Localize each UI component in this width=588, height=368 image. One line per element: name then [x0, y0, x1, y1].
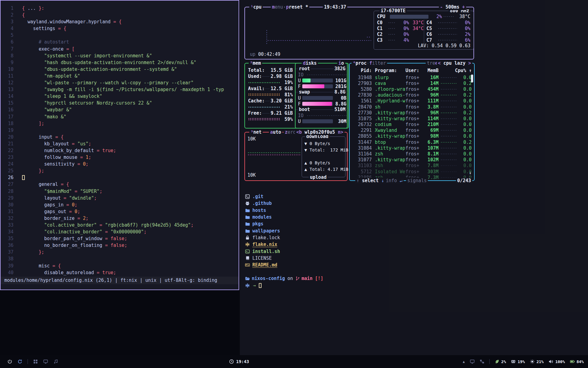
proc-row[interactable]: 31164zshfros+8.1M0.0 [352, 151, 472, 157]
editor-line: 13 "swaybg -m fill -i $(find ~/Pictures/… [1, 86, 239, 93]
triangle-up-icon[interactable]: ▲ [463, 360, 465, 364]
disk-bar-row: F8.8G [298, 101, 346, 107]
download-total: ▼ Total: 172 MiB [304, 147, 344, 153]
select-hint[interactable]: ↑ select ↓ [355, 178, 385, 184]
line-code [22, 175, 25, 180]
prompt-context-line: nixos-config on main [!] [245, 275, 323, 282]
btop-mem-panel: Total:15.5 GiBUsed:2.98 GiB19%Avail:12.5… [244, 63, 348, 128]
editor-line: 24 sensitivity = 0; [1, 161, 239, 167]
proc-row[interactable]: 31084.kitty-wrappedfros+107M0.0 [352, 145, 472, 151]
display-icon[interactable] [470, 359, 475, 364]
line-code: border_part_of_window = false; [22, 236, 127, 241]
folder-open-icon [245, 276, 250, 281]
editor-buffer: 1{ ... }:2{3 wayland.windowManager.hyprl… [1, 5, 239, 276]
proc-row[interactable]: 27830.audacious-wrafros+96M0.2 [352, 92, 472, 98]
preset-button[interactable]: preset * [285, 4, 309, 10]
statusline-keybinding-hint: Alt-g: binding [179, 278, 217, 283]
proc-row[interactable]: 1561.Hyprland-wrapfros+111M0.0 [352, 98, 472, 104]
proc-row[interactable]: 31948slurpfros+16M0.0 [352, 75, 472, 80]
info-hint[interactable]: info ↵ [385, 178, 404, 184]
proc-row[interactable]: 2291Xwaylandfros+69M0.0 [352, 128, 472, 133]
prompt-input-line[interactable]: → [245, 282, 323, 289]
disk-bar-row: U0B [298, 95, 346, 101]
line-number: 35 [1, 235, 13, 242]
line-code: "hash dbus-update-activation-environment… [22, 60, 196, 65]
line-code: gaps_out = 0; [22, 209, 80, 214]
editor-line: 39 misc = { [1, 263, 239, 269]
mem-rows: Total:15.5 GiBUsed:2.98 GiB19%Avail:12.5… [248, 67, 293, 122]
stat-volume[interactable]: 100% [548, 359, 565, 364]
network-icon[interactable] [480, 359, 484, 364]
proc-scrollbar[interactable] [471, 75, 473, 82]
editor-line: 2{ [1, 12, 239, 18]
proc-column-header[interactable]: MemB [423, 68, 439, 73]
stat-cpu-leaf[interactable]: 2% [495, 359, 506, 364]
proc-row[interactable]: 31103zshfros+7.8M0.0 [352, 163, 472, 169]
editor-window[interactable]: 1{ ... }:2{3 wayland.windowManager.hyprl… [0, 0, 239, 290]
proc-row[interactable]: 5280.floorp-wrappefros+454M0.0 [352, 86, 472, 92]
proc-row[interactable]: 5712Isolated Web Cfros+303M0.0 [352, 169, 472, 174]
proc-row[interactable]: 27903cavafros+14M0.2 [352, 80, 472, 86]
clock-icon [229, 359, 234, 364]
uptime: up 00:42:49 [250, 52, 280, 57]
menu-button[interactable]: menu [271, 4, 284, 10]
signals-hint[interactable]: signals [406, 178, 428, 184]
nix-snowflake-icon [245, 283, 250, 288]
proc-row[interactable]: 28470shfros+3.8M0.0 [352, 104, 472, 110]
proc-row[interactable]: 26732codiumfros+210M0.0 [352, 122, 472, 128]
proc-row[interactable]: 27730.kitty-wrappedfros+96M0.2 [352, 110, 472, 116]
line-number: 13 [1, 86, 13, 93]
editor-line: 12 "wl-paste --primary --watch wl-copy -… [1, 79, 239, 86]
clock-time: 19:43 [236, 359, 249, 364]
line-code: # autostart [22, 39, 69, 45]
music-icon[interactable] [53, 359, 58, 364]
proc-tab[interactable]: ⁴proc [352, 60, 368, 66]
sort-selector[interactable]: < cpu lazy > [437, 60, 472, 66]
line-number: 34 [1, 228, 13, 235]
stat-battery[interactable]: 84% [570, 359, 584, 364]
proc-row[interactable]: 31077.kitty-wrappedfros+102M0.0 [352, 157, 472, 163]
line-number: 14 [1, 93, 13, 100]
proc-column-header[interactable]: Program: [372, 68, 405, 73]
line-code: numlock_by_default = true; [22, 148, 116, 153]
disk-entry: swap8.8G [298, 89, 346, 95]
mem-tab[interactable]: ²mem [249, 60, 262, 66]
refresh-icon[interactable] [17, 359, 22, 364]
editor-line: 21 kb_layout = "us"; [1, 140, 239, 147]
proc-header[interactable]: Pid:Program:User:MemBCpu% ↑ [352, 68, 472, 73]
line-code: "waybar &" [22, 107, 72, 113]
file-name: install.sh [252, 249, 280, 254]
scroll-down-icon[interactable]: ↓ [469, 170, 472, 175]
disks-title[interactable]: disks [302, 60, 318, 66]
proc-column-header[interactable]: User: [405, 68, 423, 73]
btop-cpu-panel: up 00:42:49 i7-6700TE 800 MHz CPU2%38°CC… [244, 7, 474, 59]
disk-entry: boot510M [298, 107, 346, 113]
net-interface[interactable]: <b wlp0s20f0u5 n> [295, 129, 345, 135]
line-number: 17 [1, 113, 13, 120]
file-item: hosts [245, 207, 280, 214]
proc-row[interactable]: 28055.kitty-wrappedfros+98M0.0 [352, 133, 472, 139]
update-interval[interactable]: - 500ms + [439, 4, 466, 10]
proc-column-header[interactable]: Cpu% ↑ [439, 68, 472, 73]
stat-brightness[interactable]: 21% [530, 359, 544, 364]
proc-column-header[interactable]: Pid: [352, 68, 372, 73]
taskbar-clock[interactable]: 19:43 [229, 359, 249, 364]
filter-button[interactable]: filter [368, 60, 387, 66]
editor-line: 36 no_border_on_floating = false; [1, 242, 239, 249]
cpu-tab[interactable]: ¹cpu [249, 4, 263, 10]
proc-row[interactable]: 31075.kitty-wrappedfros+114M0.0 [352, 116, 472, 121]
proc-row[interactable]: 31447btopfros+6.3M0.2 [352, 139, 472, 145]
stat-memory[interactable]: 19% [511, 359, 525, 364]
workspaces-icon[interactable] [33, 359, 38, 364]
file-name: flake.lock [252, 235, 280, 240]
btop-disks-panel: root382GIOU101GF281Gswap8.8GU0BF8.8Gboot… [295, 63, 349, 128]
line-code: misc = { [22, 263, 61, 269]
display-icon[interactable] [43, 359, 48, 364]
power-icon[interactable] [7, 359, 12, 364]
prompt-arrow: → [253, 283, 256, 288]
io-toggle[interactable]: io [337, 60, 345, 66]
net-tab[interactable]: ³net [249, 129, 263, 135]
proc-count: 0/243 [456, 178, 472, 184]
auto-toggle[interactable]: auto [269, 129, 282, 135]
line-code: "nm-applet &" [22, 73, 80, 79]
